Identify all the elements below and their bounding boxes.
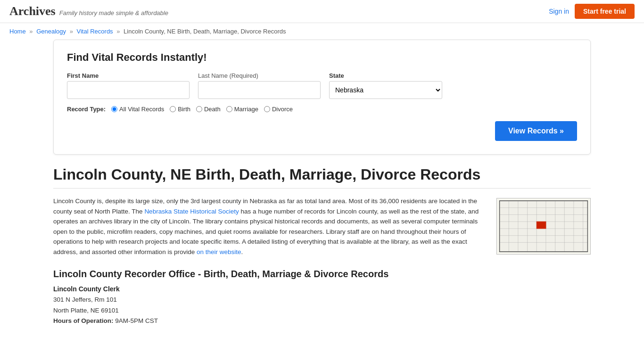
content-area: Lincoln County is, despite its large siz…: [53, 196, 591, 257]
office-info: 301 N Jeffers, Rm 101 North Platte, NE 6…: [53, 295, 591, 327]
state-group: State All United States Alabama Alaska A…: [329, 72, 442, 99]
last-name-group: Last Name (Required): [198, 72, 321, 99]
breadcrumb-sep-3: »: [116, 28, 120, 35]
view-records-row: View Records »: [67, 121, 577, 141]
record-type-divorce[interactable]: Divorce: [264, 106, 293, 113]
site-logo: Archives: [9, 4, 56, 18]
record-type-death[interactable]: Death: [196, 106, 221, 113]
last-name-label: Last Name (Required): [198, 72, 321, 79]
breadcrumb-sep-2: »: [70, 28, 73, 35]
header-actions: Sign in Start free trial: [549, 4, 635, 19]
record-type-label: Record Type:: [67, 106, 106, 113]
recorder-section-title: Lincoln County Recorder Office - Birth, …: [53, 269, 591, 280]
nebraska-map: [496, 198, 591, 255]
breadcrumb: Home » Genealogy » Vital Records » Linco…: [0, 23, 644, 40]
last-name-input[interactable]: [198, 81, 321, 99]
search-box: Find Vital Records Instantly! First Name…: [53, 40, 591, 155]
search-title: Find Vital Records Instantly!: [67, 51, 577, 64]
body-text-3: .: [241, 248, 243, 255]
record-type-row: Record Type: All Vital Records Birth Dea…: [67, 106, 577, 113]
main-content: Find Vital Records Instantly! First Name…: [44, 40, 600, 327]
office-address-1: 301 N Jeffers, Rm 101: [53, 295, 591, 305]
svg-rect-16: [537, 222, 546, 229]
record-type-all[interactable]: All Vital Records: [111, 106, 164, 113]
nebraska-historical-link[interactable]: Nebraska State Historical Society: [144, 208, 239, 215]
office-hours: Hours of Operation: 9AM-5PM CST: [53, 316, 591, 327]
view-records-button[interactable]: View Records »: [495, 121, 577, 141]
page-title: Lincoln County, NE Birth, Death, Marriag…: [53, 166, 591, 183]
site-header: Archives Family history made simple & af…: [0, 0, 644, 23]
logo-area: Archives Family history made simple & af…: [9, 4, 168, 18]
sign-in-link[interactable]: Sign in: [549, 8, 569, 15]
office-name: Lincoln County Clerk: [53, 285, 591, 293]
content-body: Lincoln County is, despite its large siz…: [53, 196, 485, 257]
fields-row: First Name Last Name (Required) State Al…: [67, 72, 577, 99]
breadcrumb-home[interactable]: Home: [9, 28, 26, 35]
their-website-link[interactable]: on their website: [197, 248, 241, 255]
first-name-group: First Name: [67, 72, 190, 99]
breadcrumb-current: Lincoln County, NE Birth, Death, Marriag…: [124, 28, 286, 35]
title-divider: [53, 188, 591, 189]
start-trial-button[interactable]: Start free trial: [575, 4, 635, 19]
breadcrumb-vital-records[interactable]: Vital Records: [77, 28, 113, 35]
breadcrumb-sep-1: »: [29, 28, 33, 35]
state-select[interactable]: All United States Alabama Alaska Arizona…: [329, 81, 442, 99]
breadcrumb-genealogy[interactable]: Genealogy: [36, 28, 66, 35]
office-address-2: North Platte, NE 69101: [53, 305, 591, 316]
state-label: State: [329, 72, 442, 79]
hours-value: 9AM-5PM CST: [115, 317, 158, 324]
first-name-input[interactable]: [67, 81, 190, 99]
first-name-label: First Name: [67, 72, 190, 79]
hours-label: Hours of Operation:: [53, 317, 114, 324]
record-type-marriage[interactable]: Marriage: [226, 106, 258, 113]
record-type-birth[interactable]: Birth: [170, 106, 190, 113]
logo-tagline: Family history made simple & affordable: [59, 9, 168, 16]
